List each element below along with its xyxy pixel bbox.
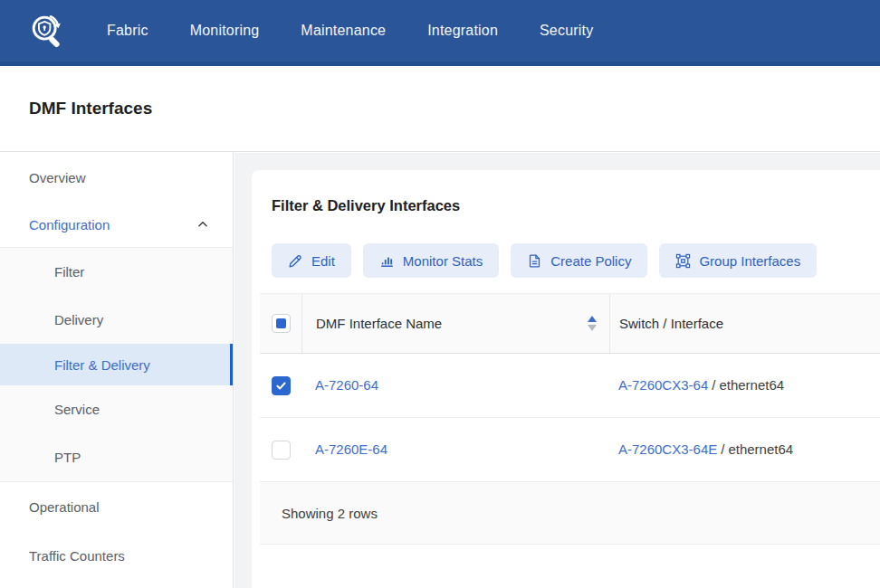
card-title: Filter & Delivery Interfaces bbox=[272, 170, 880, 214]
bar-chart-icon bbox=[379, 253, 395, 269]
sidebar-item-filter-delivery[interactable]: Filter & Delivery bbox=[0, 344, 233, 385]
sidebar-item-filter[interactable]: Filter bbox=[0, 248, 233, 296]
sidebar-item-label: Filter bbox=[54, 264, 84, 280]
column-header-switch-interface[interactable]: Switch / Interface bbox=[609, 294, 880, 353]
edit-button[interactable]: Edit bbox=[272, 243, 351, 278]
column-header-label: DMF Interface Name bbox=[316, 316, 442, 331]
sidebar-item-configuration[interactable]: Configuration bbox=[0, 202, 233, 247]
separator: / bbox=[721, 441, 724, 457]
sidebar-item-traffic-counters[interactable]: Traffic Counters bbox=[0, 531, 233, 580]
nav-item-fabric[interactable]: Fabric bbox=[107, 23, 148, 39]
table-row: A-7260-64 A-7260CX3-64/ethernet64 bbox=[260, 354, 880, 418]
nav-item-maintenance[interactable]: Maintenance bbox=[301, 23, 386, 39]
button-label: Create Policy bbox=[550, 253, 631, 269]
check-icon bbox=[275, 380, 287, 392]
document-icon bbox=[527, 253, 542, 269]
app-window: Fabric Monitoring Maintenance Integratio… bbox=[0, 0, 880, 588]
sidebar-item-label: Delivery bbox=[54, 312, 103, 327]
table-header-row: DMF Interface Name Switch / Interface bbox=[260, 293, 880, 354]
separator: / bbox=[712, 377, 715, 393]
interface-name-link[interactable]: A-7260E-64 bbox=[315, 441, 387, 457]
group-interfaces-button[interactable]: Group Interfaces bbox=[659, 243, 817, 278]
create-policy-button[interactable]: Create Policy bbox=[511, 243, 647, 278]
content-area: Filter & Delivery Interfaces Edit bbox=[234, 153, 880, 588]
sidebar-item-operational[interactable]: Operational bbox=[0, 482, 233, 531]
switch-link[interactable]: A-7260CX3-64E bbox=[618, 441, 717, 457]
sort-desc-icon bbox=[588, 325, 597, 331]
switch-link[interactable]: A-7260CX3-64 bbox=[618, 377, 708, 393]
sidebar-configuration-submenu: Filter Delivery Filter & Delivery Servic… bbox=[0, 247, 233, 482]
interface-port: ethernet64 bbox=[719, 377, 784, 393]
top-navbar: Fabric Monitoring Maintenance Integratio… bbox=[0, 0, 880, 66]
dmf-secure-monitoring-logo-icon[interactable] bbox=[27, 10, 69, 52]
page-header: DMF Interfaces bbox=[0, 66, 880, 152]
sidebar-item-label: PTP bbox=[54, 450, 81, 465]
sidebar-item-service[interactable]: Service bbox=[0, 385, 233, 433]
sidebar-item-overview[interactable]: Overview bbox=[0, 153, 233, 202]
button-label: Monitor Stats bbox=[403, 253, 483, 269]
sidebar-item-label: Configuration bbox=[29, 217, 110, 232]
sidebar-item-label: Service bbox=[54, 402, 100, 417]
interfaces-card: Filter & Delivery Interfaces Edit bbox=[252, 170, 880, 588]
button-label: Group Interfaces bbox=[699, 253, 800, 269]
object-group-icon bbox=[675, 253, 691, 269]
sidebar: Overview Configuration Filter Delivery F… bbox=[0, 153, 234, 588]
row-checkbox[interactable] bbox=[272, 376, 291, 395]
sidebar-item-label: Filter & Delivery bbox=[54, 357, 150, 373]
interface-name-link[interactable]: A-7260-64 bbox=[315, 377, 378, 393]
column-header-label: Switch / Interface bbox=[619, 316, 723, 331]
sort-asc-icon bbox=[588, 316, 597, 322]
button-label: Edit bbox=[311, 253, 335, 269]
page-title: DMF Interfaces bbox=[29, 99, 152, 119]
navbar-menu: Fabric Monitoring Maintenance Integratio… bbox=[107, 23, 593, 39]
table-row: A-7260E-64 A-7260CX3-64E/ethernet64 bbox=[260, 418, 880, 482]
sidebar-item-ptp[interactable]: PTP bbox=[0, 433, 233, 481]
interfaces-table: DMF Interface Name Switch / Interface bbox=[260, 293, 880, 545]
sidebar-item-label: Operational bbox=[29, 499, 100, 515]
sidebar-item-delivery[interactable]: Delivery bbox=[0, 296, 233, 344]
nav-item-security[interactable]: Security bbox=[540, 23, 593, 39]
nav-item-monitoring[interactable]: Monitoring bbox=[190, 23, 260, 39]
column-header-dmf-interface-name[interactable]: DMF Interface Name bbox=[301, 294, 609, 353]
select-all-checkbox[interactable] bbox=[272, 314, 291, 333]
nav-item-integration[interactable]: Integration bbox=[427, 23, 498, 39]
row-checkbox[interactable] bbox=[272, 441, 291, 460]
table-footer: Showing 2 rows bbox=[260, 482, 880, 545]
interface-port: ethernet64 bbox=[728, 441, 793, 457]
monitor-stats-button[interactable]: Monitor Stats bbox=[363, 243, 499, 278]
sidebar-item-label: Overview bbox=[29, 170, 86, 185]
toolbar: Edit Monitor Stats bbox=[272, 243, 880, 278]
indeterminate-mark bbox=[276, 318, 286, 328]
pencil-icon bbox=[288, 253, 303, 269]
chevron-up-icon bbox=[196, 218, 209, 231]
sidebar-item-label: Traffic Counters bbox=[29, 548, 125, 564]
row-count-text: Showing 2 rows bbox=[282, 506, 378, 521]
sort-toggle[interactable] bbox=[588, 316, 597, 331]
